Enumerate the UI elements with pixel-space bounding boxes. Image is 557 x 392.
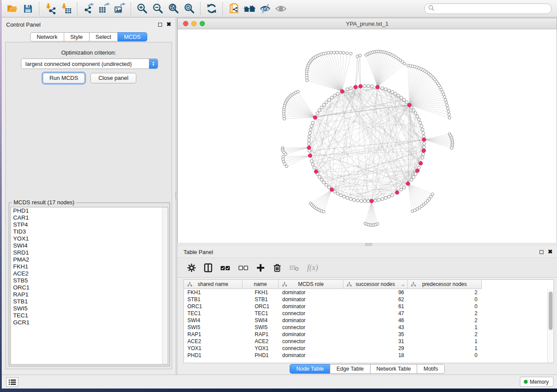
network-node[interactable] <box>423 142 426 145</box>
network-node[interactable] <box>431 193 434 196</box>
network-node[interactable] <box>421 128 424 131</box>
float-window-icon[interactable] <box>540 250 543 254</box>
network-node[interactable] <box>353 198 356 201</box>
search-input[interactable] <box>435 4 551 13</box>
network-node[interactable] <box>400 96 403 99</box>
network-node[interactable] <box>403 62 406 65</box>
network-node[interactable] <box>336 192 339 195</box>
mcds-hub-node[interactable] <box>330 188 334 192</box>
network-node[interactable] <box>405 101 408 104</box>
network-node[interactable] <box>416 115 419 118</box>
network-node[interactable] <box>446 107 449 110</box>
import-table-icon[interactable] <box>58 1 74 16</box>
network-node[interactable] <box>311 163 314 166</box>
network-node[interactable] <box>402 186 405 189</box>
function-builder-icon[interactable]: f(x) <box>307 263 318 272</box>
network-node[interactable] <box>318 109 321 112</box>
network-node[interactable] <box>311 121 314 124</box>
column-header-name[interactable]: name <box>242 280 279 289</box>
mcds-hub-node[interactable] <box>419 162 423 165</box>
network-node[interactable] <box>445 101 447 104</box>
mcds-hub-node[interactable] <box>370 199 374 203</box>
network-node[interactable] <box>322 103 325 107</box>
network-node[interactable] <box>310 124 313 127</box>
table-row[interactable]: PHD1PHD1dominator180 <box>184 352 547 359</box>
tab-edge-table[interactable]: Edge Table <box>330 364 370 374</box>
network-node[interactable] <box>336 92 339 95</box>
network-node[interactable] <box>360 199 363 203</box>
mcds-result-item[interactable]: STP4 <box>11 221 168 228</box>
mcds-result-item[interactable]: CAR1 <box>11 214 168 221</box>
mcds-result-item[interactable]: SRD1 <box>11 249 168 256</box>
import-network-icon[interactable] <box>42 1 58 16</box>
splitter-handle[interactable] <box>365 243 372 246</box>
network-node[interactable] <box>325 101 328 104</box>
network-node[interactable] <box>381 197 384 200</box>
network-node[interactable] <box>414 172 417 175</box>
mcds-hub-node[interactable] <box>340 89 344 93</box>
tab-node-table[interactable]: Node Table <box>290 364 330 374</box>
network-node[interactable] <box>391 90 394 93</box>
close-panel-icon[interactable]: ✖ <box>548 250 553 254</box>
horizontal-splitter[interactable] <box>177 243 557 246</box>
table-row[interactable]: YOX1YOX1connector291 <box>184 345 547 352</box>
network-node[interactable] <box>356 55 359 58</box>
task-history-button[interactable] <box>6 377 18 387</box>
mcds-result-item[interactable]: ACE2 <box>11 270 168 277</box>
network-window-titlebar[interactable]: YPA_prune.txt_1 <box>177 18 557 29</box>
network-node[interactable] <box>402 98 405 101</box>
tab-network[interactable]: Network <box>30 32 64 41</box>
network-node[interactable] <box>419 121 422 124</box>
column-header-successor-nodes[interactable]: successor nodes⌄ <box>343 280 408 289</box>
zoom-selected-icon[interactable] <box>181 1 197 16</box>
float-window-icon[interactable] <box>158 23 162 27</box>
network-node[interactable] <box>400 188 403 191</box>
table-settings-icon[interactable] <box>187 263 196 272</box>
network-node[interactable] <box>391 194 394 197</box>
network-node[interactable] <box>363 85 366 88</box>
zoom-out-icon[interactable] <box>150 1 166 16</box>
network-home-icon[interactable] <box>242 1 257 16</box>
save-session-icon[interactable] <box>20 1 36 16</box>
mcds-hub-node[interactable] <box>354 85 358 89</box>
tab-mcds[interactable]: MCDS <box>118 32 147 41</box>
table-scrollbar[interactable] <box>547 289 554 363</box>
mcds-result-item[interactable]: TID3 <box>11 228 168 235</box>
mcds-hub-node[interactable] <box>406 182 410 186</box>
network-node[interactable] <box>297 90 299 93</box>
table-row[interactable]: ORC1ORC1dominator610 <box>184 303 547 310</box>
network-canvas[interactable] <box>177 29 557 243</box>
network-node[interactable] <box>376 223 379 225</box>
mcds-result-item[interactable]: TEC1 <box>11 312 168 319</box>
network-node[interactable] <box>447 110 450 113</box>
network-node[interactable] <box>320 178 323 181</box>
mcds-result-item[interactable]: ORC1 <box>11 284 168 291</box>
run-mcds-button[interactable]: Run MCDS <box>43 73 85 83</box>
network-node[interactable] <box>330 96 333 99</box>
network-node[interactable] <box>336 51 338 54</box>
mcds-result-item[interactable]: GCR1 <box>11 319 168 326</box>
mcds-result-item[interactable]: STB5 <box>11 277 168 284</box>
mcds-result-item[interactable]: SWI4 <box>11 242 168 249</box>
tab-motifs[interactable]: Motifs <box>417 364 444 374</box>
mcds-hub-node[interactable] <box>308 154 312 158</box>
network-node[interactable] <box>443 96 446 98</box>
network-node[interactable] <box>374 199 377 202</box>
mcds-hub-node[interactable] <box>422 138 426 141</box>
tab-style[interactable]: Style <box>64 32 90 41</box>
network-node[interactable] <box>367 199 370 203</box>
network-node[interactable] <box>346 88 349 91</box>
mcds-result-item[interactable]: STB1 <box>11 298 168 305</box>
deselect-all-icon[interactable] <box>238 263 249 272</box>
search-box[interactable] <box>424 3 552 14</box>
network-node[interactable] <box>349 87 352 90</box>
network-node[interactable] <box>308 138 311 141</box>
network-node[interactable] <box>346 52 348 55</box>
network-node[interactable] <box>342 52 345 54</box>
network-node[interactable] <box>421 156 424 159</box>
network-node[interactable] <box>387 89 391 92</box>
column-header-MCDS-role[interactable]: MCDS role <box>279 280 343 289</box>
network-node[interactable] <box>448 117 451 119</box>
mcds-hub-node[interactable] <box>359 84 363 88</box>
network-node[interactable] <box>448 113 450 116</box>
